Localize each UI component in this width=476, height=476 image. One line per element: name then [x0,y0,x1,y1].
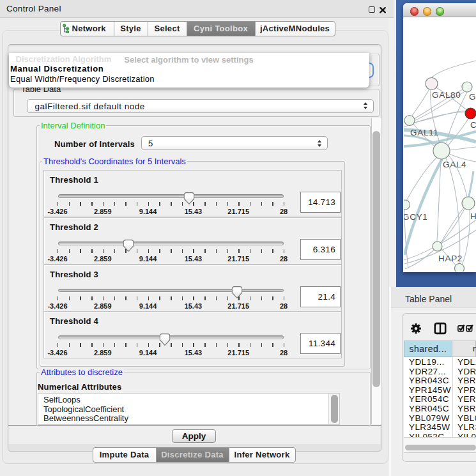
svg-text:GAL11: GAL11 [410,128,439,137]
svg-text:HAP2: HAP2 [438,254,463,263]
svg-text:GCY1: GCY1 [404,212,428,222]
svg-text:GA: GA [469,92,476,102]
svg-text:GAL80: GAL80 [432,90,461,100]
svg-text:CR: CR [470,120,476,130]
svg-text:HI: HI [470,211,476,221]
svg-text:GAL4: GAL4 [443,160,466,169]
